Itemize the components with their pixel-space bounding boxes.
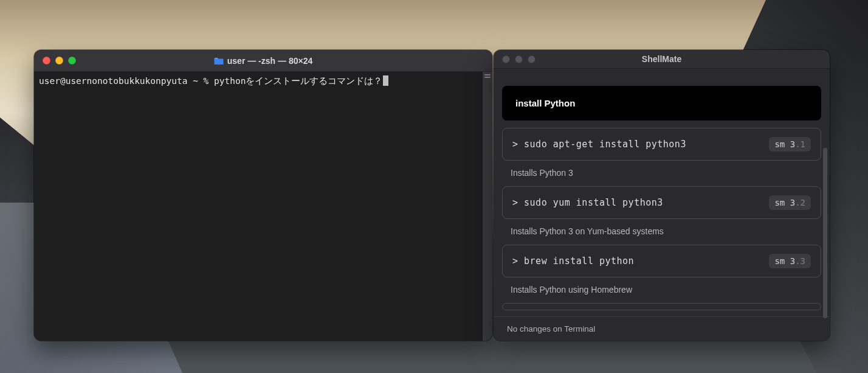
suggestion-badge: sm 3.1 <box>769 137 811 152</box>
suggestion-command: > brew install python <box>512 256 634 267</box>
query-box: install Python <box>502 86 821 120</box>
suggestion-card[interactable]: > sudo apt-get install python3 sm 3.1 <box>502 128 821 161</box>
shellmate-title-text: ShellMate <box>642 54 681 64</box>
query-text: install Python <box>515 98 808 108</box>
terminal-body: user@usernonotobukkukonpyuta ~ % pythonを… <box>34 72 492 341</box>
folder-icon <box>214 57 224 65</box>
close-button[interactable] <box>43 57 50 64</box>
suggestions-list: > sudo apt-get install python3 sm 3.1 In… <box>502 128 821 310</box>
terminal-title-text: user — -zsh — 80×24 <box>227 56 312 66</box>
suggestion-description: Installs Python 3 on Yum-based systems <box>502 224 821 245</box>
suggestion-description: Installs Python using Homebrew <box>502 282 821 303</box>
shellmate-window: ShellMate install Python > sudo apt-get … <box>494 50 830 341</box>
suggestion-card-partial[interactable] <box>502 303 821 310</box>
shellmate-scrollbar[interactable] <box>823 148 827 318</box>
shellmate-body: install Python > sudo apt-get install py… <box>494 69 830 341</box>
zoom-button[interactable] <box>528 55 536 63</box>
scroll-indicator-icon <box>484 74 491 79</box>
minimize-button[interactable] <box>515 55 523 63</box>
terminal-window: user — -zsh — 80×24 user@usernonotobukku… <box>34 50 492 341</box>
terminal-content[interactable]: user@usernonotobukkukonpyuta ~ % pythonを… <box>34 72 483 341</box>
suggestion-command: > sudo yum install python3 <box>512 197 663 208</box>
suggestion-badge: sm 3.3 <box>769 254 811 268</box>
terminal-command-text: pythonをインストールするコマンドは？ <box>214 76 382 86</box>
zoom-button[interactable] <box>68 57 76 64</box>
suggestion-description: Installs Python 3 <box>502 166 821 186</box>
terminal-prompt: user@usernonotobukkukonpyuta ~ % <box>39 76 214 86</box>
terminal-title: user — -zsh — 80×24 <box>34 56 492 66</box>
shellmate-title: ShellMate <box>494 54 830 64</box>
minimize-button[interactable] <box>55 57 63 64</box>
terminal-titlebar[interactable]: user — -zsh — 80×24 <box>34 50 492 72</box>
shellmate-traffic-lights <box>494 55 536 63</box>
suggestion-card[interactable]: > brew install python sm 3.3 <box>502 245 821 277</box>
terminal-traffic-lights <box>34 57 76 64</box>
shellmate-main: install Python > sudo apt-get install py… <box>494 69 830 316</box>
terminal-scrollbar[interactable] <box>483 72 492 341</box>
shellmate-status-bar: No changes on Terminal <box>494 316 830 341</box>
close-button[interactable] <box>502 55 510 63</box>
suggestion-card[interactable]: > sudo yum install python3 sm 3.2 <box>502 186 821 219</box>
suggestion-command: > sudo apt-get install python3 <box>512 139 686 150</box>
shellmate-status-text: No changes on Terminal <box>507 324 595 333</box>
terminal-cursor <box>383 75 388 86</box>
shellmate-titlebar[interactable]: ShellMate <box>494 50 830 69</box>
suggestion-badge: sm 3.2 <box>769 195 811 210</box>
